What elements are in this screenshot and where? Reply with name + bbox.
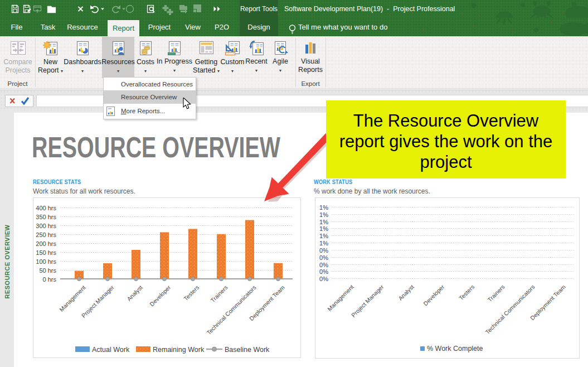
svg-text:Remaining Work: Remaining Work	[153, 346, 205, 354]
svg-text:1%: 1%	[319, 211, 328, 218]
svg-text:300 hrs: 300 hrs	[36, 223, 56, 229]
svg-text:1%: 1%	[319, 225, 328, 232]
svg-text:100 hrs: 100 hrs	[36, 258, 56, 265]
svg-text:Actual Work: Actual Work	[92, 346, 130, 354]
svg-text:1%: 1%	[319, 219, 328, 225]
svg-text:% Work Complete: % Work Complete	[427, 345, 483, 352]
svg-text:1%: 1%	[319, 233, 328, 239]
svg-text:0%: 0%	[319, 254, 328, 261]
svg-text:0%: 0%	[319, 276, 328, 282]
svg-text:150 hrs: 150 hrs	[36, 249, 56, 256]
svg-text:50 hrs: 50 hrs	[39, 267, 56, 274]
svg-text:350 hrs: 350 hrs	[36, 214, 56, 220]
svg-text:1%: 1%	[319, 240, 328, 247]
svg-text:0 hrs: 0 hrs	[43, 276, 57, 283]
svg-text:Baseline Work: Baseline Work	[225, 346, 270, 354]
svg-text:0%: 0%	[319, 262, 328, 268]
svg-text:0%: 0%	[319, 268, 328, 275]
svg-text:1%: 1%	[319, 204, 328, 211]
svg-text:0%: 0%	[319, 247, 328, 254]
svg-text:200 hrs: 200 hrs	[36, 240, 56, 247]
svg-text:250 hrs: 250 hrs	[36, 231, 56, 238]
svg-text:400 hrs: 400 hrs	[36, 205, 56, 211]
